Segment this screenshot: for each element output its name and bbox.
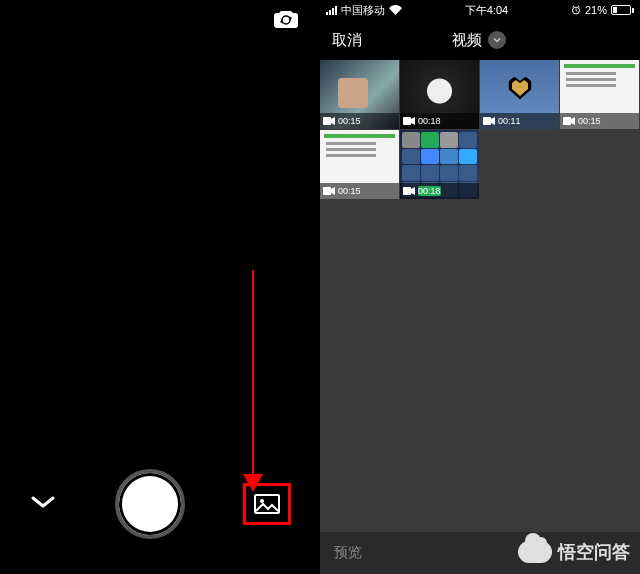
videocam-icon (483, 117, 495, 125)
watermark-text: 悟空问答 (558, 540, 630, 564)
videocam-icon (403, 117, 415, 125)
thumb-duration: 00:18 (418, 116, 441, 126)
thumb-overlay: 00:18 (400, 183, 479, 199)
signal-icon (326, 5, 337, 15)
battery-icon (611, 5, 634, 15)
camera-switch-button[interactable] (272, 8, 300, 34)
nav-bar: 取消 视频 (320, 20, 640, 60)
svg-rect-4 (323, 117, 331, 125)
video-thumb[interactable]: 00:18 (400, 60, 480, 130)
svg-rect-9 (403, 187, 411, 195)
thumb-duration: 00:15 (338, 116, 361, 126)
thumb-duration: 00:15 (338, 186, 361, 196)
svg-rect-7 (563, 117, 571, 125)
thumb-overlay: 00:11 (480, 113, 559, 129)
carrier-label: 中国移动 (341, 3, 385, 18)
videocam-icon (403, 187, 415, 195)
videocam-icon (563, 117, 575, 125)
camera-screen (0, 0, 320, 574)
nav-title: 视频 (452, 31, 482, 50)
svg-rect-1 (255, 495, 279, 513)
video-picker-screen: 中国移动 下午4:04 21% 取消 视频 00:15 (320, 0, 640, 574)
svg-rect-6 (483, 117, 491, 125)
thumb-overlay: 00:15 (320, 113, 399, 129)
chevron-down-icon (29, 494, 57, 510)
status-right: 21% (571, 4, 634, 16)
camera-switch-icon (272, 8, 300, 30)
thumb-duration: 00:18 (418, 186, 441, 196)
cancel-button[interactable]: 取消 (332, 31, 362, 50)
video-thumb[interactable]: 00:15 (320, 130, 400, 200)
video-thumb[interactable]: 00:18 (400, 130, 480, 200)
alarm-icon (571, 5, 581, 15)
status-bar: 中国移动 下午4:04 21% (320, 0, 640, 20)
svg-rect-8 (323, 187, 331, 195)
collapse-button[interactable] (29, 494, 57, 514)
thumb-overlay: 00:15 (320, 183, 399, 199)
status-time: 下午4:04 (465, 3, 508, 18)
svg-point-2 (260, 499, 264, 503)
thumb-overlay: 00:18 (400, 113, 479, 129)
picture-icon (253, 493, 281, 515)
thumb-duration: 00:15 (578, 116, 601, 126)
video-thumb[interactable]: 00:15 (320, 60, 400, 130)
wifi-icon (389, 5, 402, 15)
preview-button[interactable]: 预览 (334, 544, 362, 562)
chevron-down-icon (488, 31, 506, 49)
thumb-overlay: 00:15 (560, 113, 639, 129)
videocam-icon (323, 117, 335, 125)
svg-rect-5 (403, 117, 411, 125)
camera-bottom-controls (0, 469, 320, 539)
video-thumb[interactable]: 00:15 (560, 60, 640, 130)
annotation-arrow-line (252, 270, 254, 480)
thumb-duration: 00:11 (498, 116, 521, 126)
video-grid: 00:15 00:18 00:11 00:15 00:15 (320, 60, 640, 200)
shutter-button[interactable] (115, 469, 185, 539)
gallery-button[interactable] (243, 483, 291, 525)
battery-pct: 21% (585, 4, 607, 16)
nav-title-dropdown[interactable]: 视频 (452, 31, 506, 50)
cloud-icon (518, 541, 552, 563)
status-left: 中国移动 (326, 3, 402, 18)
video-thumb[interactable]: 00:11 (480, 60, 560, 130)
watermark: 悟空问答 (518, 540, 630, 564)
videocam-icon (323, 187, 335, 195)
